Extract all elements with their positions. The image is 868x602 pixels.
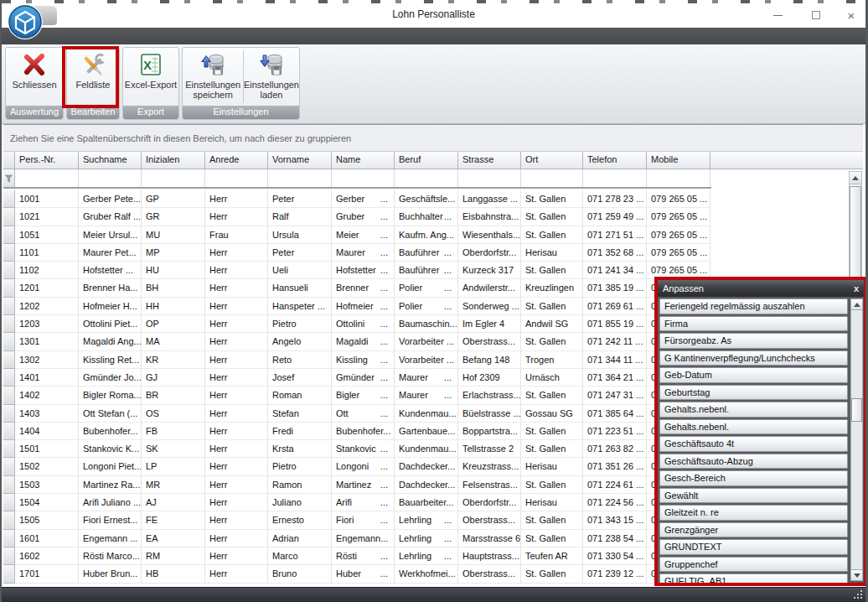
- filter-cell[interactable]: [79, 169, 142, 187]
- table-row[interactable]: 1302Kissling Ret...KRHerrRetoKissling...…: [3, 351, 711, 369]
- filter-cell[interactable]: [583, 169, 647, 187]
- filter-cell[interactable]: [205, 169, 268, 187]
- row-selector[interactable]: [3, 530, 15, 548]
- field-list-item[interactable]: Gleitzeit n. re: [659, 505, 848, 521]
- maximize-button[interactable]: [805, 5, 827, 25]
- panel-close-button[interactable]: x: [854, 283, 859, 293]
- scroll-up-button[interactable]: [850, 172, 861, 184]
- table-row[interactable]: 1701Huber Brun...HBHerrBrunoHuber...Werk…: [3, 565, 711, 583]
- field-list-item[interactable]: Geschäftsauto-Abzug: [659, 454, 848, 470]
- column-header-anrede[interactable]: Anrede: [205, 152, 268, 169]
- column-header-beruf[interactable]: Beruf: [395, 152, 458, 169]
- column-header-strasse[interactable]: Strasse: [458, 152, 521, 169]
- table-row[interactable]: 1404Bubenhofer...FBHerrFrediBubenhofer..…: [3, 423, 711, 440]
- row-selector[interactable]: [3, 458, 15, 475]
- schliessen-button[interactable]: Schliessen: [12, 48, 56, 106]
- field-list-item[interactable]: Geburtstag: [659, 385, 848, 401]
- table-row[interactable]: 1504Arifi Juliano ...AJHerrJulianoArifi.…: [3, 494, 711, 511]
- table-row[interactable]: 1403Ott Stefan (...OSHerrStefanOtt...Kun…: [3, 405, 711, 423]
- row-selector[interactable]: [3, 190, 15, 208]
- field-list-item[interactable]: G Kantinenverpflegung/Lunchchecks: [659, 350, 848, 366]
- field-list-item[interactable]: Feriengeld regelmässig auszahlen: [659, 298, 848, 314]
- column-header-name[interactable]: Name: [332, 152, 395, 169]
- resize-grip[interactable]: [853, 589, 863, 599]
- minimize-button[interactable]: [767, 5, 788, 25]
- row-selector[interactable]: [3, 333, 15, 350]
- table-row[interactable]: 1505Fiori Ernest...FEHerrErnestoFiori...…: [3, 511, 711, 529]
- table-row[interactable]: 1503Martinez Ra...MRHerrRamonMartinez...…: [3, 476, 711, 494]
- column-header-pers-nr-[interactable]: Pers.-Nr.: [15, 152, 79, 169]
- row-selector[interactable]: [3, 226, 15, 244]
- filter-cell[interactable]: [458, 169, 521, 187]
- table-row[interactable]: 1202Hofmeier H...HHHerrHanspeter...Hofme…: [3, 298, 711, 315]
- table-row[interactable]: 1601Engemann ...EAHerrAdrianEngemann...L…: [3, 530, 711, 548]
- table-row[interactable]: 1401Gmünder Jo...GJHerrJosefGmünder...Ma…: [3, 369, 711, 387]
- table-row[interactable]: 1301Magaldi Ang...MAHerrAngeloMagaldi...…: [3, 333, 711, 350]
- group-by-bar[interactable]: Ziehen Sie eine Spaltenüberschrift in di…: [3, 125, 863, 152]
- filter-cell[interactable]: [142, 169, 205, 187]
- row-selector[interactable]: [3, 351, 15, 369]
- filter-cell[interactable]: [521, 169, 583, 187]
- table-row[interactable]: 1502Longoni Piet...LPHerrPietroLongoni..…: [3, 458, 711, 475]
- filter-corner-cell[interactable]: [3, 169, 15, 187]
- row-selector[interactable]: [3, 369, 15, 387]
- row-selector[interactable]: [3, 405, 15, 423]
- row-selector[interactable]: [3, 387, 15, 404]
- table-row[interactable]: 1101Maurer Pet...MPHerrPeterMaurer...Bau…: [3, 244, 711, 262]
- row-selector[interactable]: [3, 298, 15, 315]
- excel-export-button[interactable]: X Excel-Export: [125, 48, 177, 106]
- einstellungen-laden-button[interactable]: Einstellungen laden: [244, 48, 299, 106]
- table-row[interactable]: 1021Gruber Ralf ...GRHerrRalfGruber...Bu…: [3, 208, 711, 226]
- table-row[interactable]: 1201Brenner Ha...BHHerrHansueliBrenner..…: [3, 279, 711, 297]
- row-selector[interactable]: [3, 244, 15, 262]
- row-selector[interactable]: [3, 208, 15, 226]
- column-header-ort[interactable]: Ort: [521, 152, 583, 169]
- row-selector[interactable]: [3, 511, 15, 529]
- table-row[interactable]: 1203Ottolini Piet...OPHerrPietroOttolini…: [3, 315, 711, 333]
- row-selector[interactable]: [3, 440, 15, 458]
- field-list-item[interactable]: GUELTIG_AB1: [659, 573, 848, 583]
- row-selector[interactable]: [3, 315, 15, 333]
- row-selector[interactable]: [3, 423, 15, 440]
- row-selector[interactable]: [3, 262, 15, 279]
- field-list-item[interactable]: Gehalts.nebenl.: [659, 402, 848, 418]
- field-list-item[interactable]: Geschäftsauto 4t: [659, 436, 848, 452]
- einstellungen-speichern-button[interactable]: Einstellungen speichern: [183, 48, 243, 106]
- field-list-item[interactable]: GRUNDTEXT: [659, 539, 848, 555]
- table-row[interactable]: 1102Hofstetter ...HUHerrUeliHofstetter..…: [3, 262, 711, 279]
- table-row[interactable]: 1402Bigler Roma...BRHerrRomanBigler...Ma…: [3, 387, 711, 404]
- header-corner-cell[interactable]: [3, 152, 15, 169]
- table-row[interactable]: 1001Gerber Pete...GPHerrPeterGerber...Ge…: [3, 190, 711, 208]
- filter-cell[interactable]: [395, 169, 458, 187]
- filter-cell[interactable]: [268, 169, 332, 187]
- panel-scrollbar-thumb[interactable]: [851, 398, 862, 422]
- column-header-suchname[interactable]: Suchname: [79, 152, 142, 169]
- column-header-telefon[interactable]: Telefon: [583, 152, 647, 169]
- scrollbar-thumb[interactable]: [850, 186, 861, 285]
- row-selector[interactable]: [3, 494, 15, 511]
- field-list-item[interactable]: Geb-Datum: [659, 367, 848, 383]
- app-logo-cube-icon[interactable]: [6, 3, 44, 41]
- field-list-item[interactable]: Gesch-Bereich: [659, 470, 848, 486]
- row-selector[interactable]: [3, 548, 15, 565]
- field-list-item[interactable]: Gewählt: [659, 488, 848, 504]
- filter-cell[interactable]: [332, 169, 395, 187]
- table-row[interactable]: 1602Rösti Marco...RMHerrMarcoRösti...Leh…: [3, 548, 711, 565]
- column-header-inizialen[interactable]: Inizialen: [142, 152, 205, 169]
- table-row[interactable]: 1051Meier Ursul...MUFrauUrsulaMeier...Ka…: [3, 226, 711, 244]
- field-list-item[interactable]: Fürsorgeabz. As: [659, 333, 848, 349]
- field-list-item[interactable]: Gruppenchef: [659, 557, 848, 573]
- panel-scroll-up-button[interactable]: [851, 299, 862, 310]
- filter-cell[interactable]: [15, 169, 79, 187]
- panel-scrollbar[interactable]: [850, 298, 863, 581]
- row-selector[interactable]: [3, 476, 15, 494]
- row-selector[interactable]: [3, 279, 15, 297]
- panel-scroll-down-button[interactable]: [851, 569, 862, 580]
- column-header-mobile[interactable]: Mobile: [647, 152, 710, 169]
- filter-cell[interactable]: [647, 169, 710, 187]
- close-window-button[interactable]: ×: [840, 5, 862, 25]
- field-list-item[interactable]: Gehalts.nebenl.: [659, 419, 848, 435]
- column-header-vorname[interactable]: Vorname: [268, 152, 332, 169]
- field-list-item[interactable]: Grenzgänger: [659, 522, 848, 538]
- row-selector[interactable]: [3, 565, 15, 583]
